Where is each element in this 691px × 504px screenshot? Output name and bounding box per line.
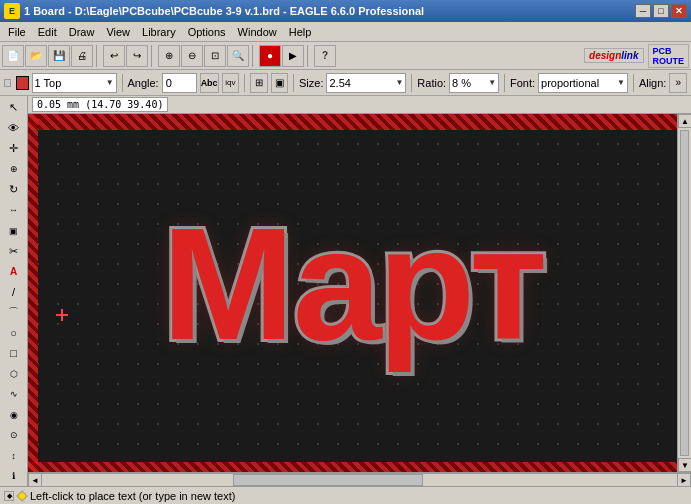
line-tool[interactable]: / — [3, 282, 25, 301]
layer-arrow-icon: ▼ — [106, 78, 114, 87]
title-bar-buttons: ─ □ ✕ — [635, 4, 687, 18]
sep-l5 — [504, 74, 505, 92]
font-select[interactable]: proportional ▼ — [538, 73, 628, 93]
menu-library[interactable]: Library — [136, 22, 182, 41]
pad-tool[interactable]: ◉ — [3, 405, 25, 424]
grid-toggle-btn[interactable]: ⊞ — [250, 73, 268, 93]
zoom-out-btn[interactable]: ⊖ — [181, 45, 203, 67]
zoom-fit-btn[interactable]: ⊡ — [204, 45, 226, 67]
menu-window[interactable]: Window — [232, 22, 283, 41]
sep-l1 — [122, 74, 123, 92]
iqv-btn[interactable]: iqv — [222, 73, 240, 93]
app-window: E 1 Board - D:\Eagle\PCBcube\PCBcube 3-9… — [0, 0, 691, 504]
layer-color-box — [16, 76, 28, 90]
via-tool[interactable]: ⊙ — [3, 426, 25, 445]
design-link-logo: designlink — [584, 48, 643, 63]
align-label: Align: — [639, 77, 667, 89]
mirror-tool[interactable]: ↔ — [3, 200, 25, 219]
hatch-bottom-border — [28, 462, 677, 472]
angle-label: Angle: — [127, 77, 158, 89]
angle-input[interactable] — [162, 73, 197, 93]
status-message: Left-click to place text (or type in new… — [30, 490, 235, 502]
open-btn[interactable]: 📂 — [25, 45, 47, 67]
menu-view[interactable]: View — [100, 22, 136, 41]
redo-btn[interactable]: ↪ — [126, 45, 148, 67]
select-tool[interactable]: ↖ — [3, 98, 25, 117]
menu-help[interactable]: Help — [283, 22, 318, 41]
canvas-and-scrollbar: Март ▲ ▼ — [28, 114, 691, 472]
vertical-scrollbar: ▲ ▼ — [677, 114, 691, 472]
undo-btn[interactable]: ↩ — [103, 45, 125, 67]
size-select[interactable]: 2.54 ▼ — [326, 73, 406, 93]
rotate-tool[interactable]: ↻ — [3, 180, 25, 199]
menu-draw[interactable]: Draw — [63, 22, 101, 41]
scroll-right-btn[interactable]: ► — [677, 473, 691, 486]
info-tool[interactable]: ℹ — [3, 466, 25, 485]
canvas-text: Март — [161, 192, 543, 376]
save-btn[interactable]: 💾 — [48, 45, 70, 67]
polygon-tool[interactable]: ⬡ — [3, 364, 25, 383]
group-tool[interactable]: ▣ — [3, 221, 25, 240]
ratio-value: 8 % — [452, 77, 471, 89]
font-arrow-icon: ▼ — [617, 78, 625, 87]
copy-tool[interactable]: ⊕ — [3, 159, 25, 178]
expand-btn[interactable]: ◆ — [4, 491, 14, 501]
status-bar: ◆ Left-click to place text (or type in n… — [0, 486, 691, 504]
zoom-sel-btn[interactable]: 🔍 — [227, 45, 249, 67]
scroll-down-btn[interactable]: ▼ — [678, 458, 691, 472]
dimension-tool[interactable]: ↕ — [3, 446, 25, 465]
zoom-in-btn[interactable]: ⊕ — [158, 45, 180, 67]
move-tool[interactable]: ✛ — [3, 139, 25, 158]
minimize-button[interactable]: ─ — [635, 4, 651, 18]
wire-tool[interactable]: ∿ — [3, 385, 25, 404]
help-btn[interactable]: ? — [314, 45, 336, 67]
eye-tool[interactable]: 👁 — [3, 118, 25, 137]
stop-btn[interactable]: ● — [259, 45, 281, 67]
scroll-thumb-vertical[interactable] — [680, 130, 689, 456]
scroll-thumb-horizontal — [233, 474, 424, 486]
ratio-label: Ratio: — [417, 77, 446, 89]
print-btn[interactable]: 🖨 — [71, 45, 93, 67]
run-btn[interactable]: ▶ — [282, 45, 304, 67]
coord-bar: 0.05 mm (14.70 39.40) — [28, 96, 691, 114]
new-btn[interactable]: 📄 — [2, 45, 24, 67]
text-tool[interactable]: A — [3, 262, 25, 281]
scroll-left-btn[interactable]: ◄ — [28, 473, 42, 486]
title-bar-left: E 1 Board - D:\Eagle\PCBcube\PCBcube 3-9… — [4, 3, 424, 19]
sep2 — [151, 45, 155, 67]
scroll-track-horizontal[interactable] — [42, 473, 677, 486]
toolbar1: 📄 📂 💾 🖨 ↩ ↪ ⊕ ⊖ ⊡ 🔍 ● ▶ ? designlink PCB… — [0, 42, 691, 70]
sep4 — [307, 45, 311, 67]
hatch-left-border — [28, 114, 38, 472]
size-value: 2.54 — [329, 77, 350, 89]
sep-l6 — [633, 74, 634, 92]
ratio-arrow-icon: ▼ — [488, 78, 496, 87]
menu-file[interactable]: File — [2, 22, 32, 41]
font-value: proportional — [541, 77, 599, 89]
delete-tool[interactable]: ✂ — [3, 241, 25, 260]
align-expand-icon[interactable]: » — [669, 73, 687, 93]
rect-tool[interactable]: □ — [3, 344, 25, 363]
arc-tool[interactable]: ⌒ — [3, 303, 25, 322]
circle-tool[interactable]: ○ — [3, 323, 25, 342]
menu-edit[interactable]: Edit — [32, 22, 63, 41]
toolbar2: 1 Top ▼ Angle: Abc iqv ⊞ ▣ Size: 2.54 ▼ … — [0, 70, 691, 96]
layer-name: 1 Top — [35, 77, 62, 89]
scroll-up-btn[interactable]: ▲ — [678, 114, 691, 128]
font-label: Font: — [510, 77, 535, 89]
maximize-button[interactable]: □ — [653, 4, 669, 18]
menu-options[interactable]: Options — [182, 22, 232, 41]
canvas[interactable]: Март — [28, 114, 677, 472]
layer-select[interactable]: 1 Top ▼ — [32, 73, 117, 93]
close-button[interactable]: ✕ — [671, 4, 687, 18]
size-label: Size: — [299, 77, 323, 89]
sep-l2 — [244, 74, 245, 92]
status-diamond-icon — [16, 490, 27, 501]
abc-btn[interactable]: Abc — [200, 73, 219, 93]
display-btn[interactable]: ▣ — [271, 73, 289, 93]
coordinates: 0.05 mm (14.70 39.40) — [32, 97, 168, 112]
menu-bar: File Edit Draw View Library Options Wind… — [0, 22, 691, 42]
ratio-select[interactable]: 8 % ▼ — [449, 73, 499, 93]
sep-l3 — [293, 74, 294, 92]
hatch-top-border — [28, 114, 677, 130]
